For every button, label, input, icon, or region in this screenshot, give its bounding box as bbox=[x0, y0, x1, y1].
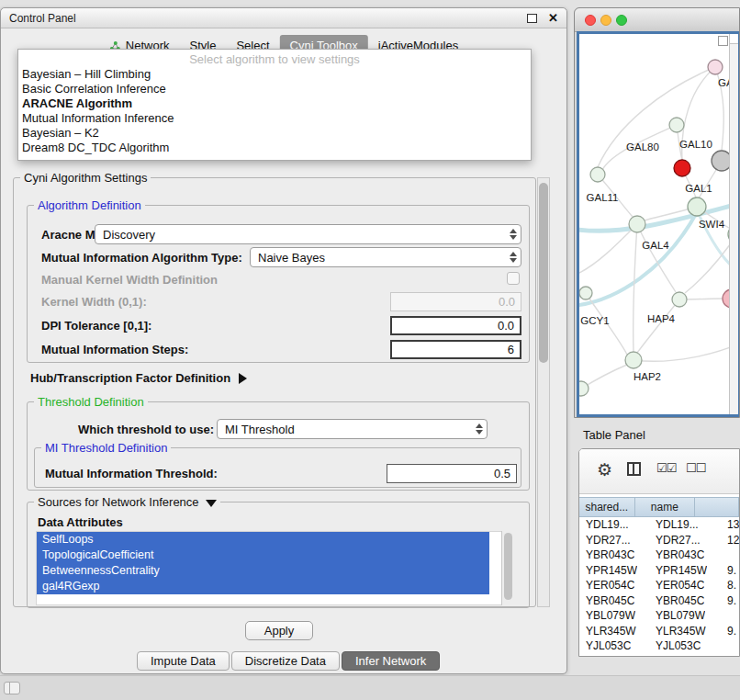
network-node[interactable] bbox=[579, 381, 589, 396]
network-node[interactable] bbox=[672, 292, 687, 307]
network-node-label: GAL10 bbox=[679, 139, 712, 150]
network-node[interactable] bbox=[674, 160, 690, 176]
algorithm-option[interactable]: Bayesian – K2 bbox=[18, 126, 531, 141]
table-cell: YBR043C bbox=[586, 548, 634, 561]
network-node-label: GAL11 bbox=[587, 192, 619, 203]
sources-toggle[interactable]: Sources for Network Inference bbox=[34, 495, 220, 509]
float-panel-icon[interactable] bbox=[527, 14, 537, 23]
algorithm-definition-title: Algorithm Definition bbox=[34, 198, 145, 212]
network-node[interactable] bbox=[579, 287, 592, 299]
minimize-traffic-light[interactable] bbox=[600, 15, 611, 26]
attribute-item[interactable]: TopologicalCoefficient bbox=[37, 548, 489, 563]
table-cell: 9. bbox=[727, 564, 736, 577]
table-row[interactable]: YPR145WYPR145W9. bbox=[579, 563, 739, 579]
mi-steps-field[interactable]: 6 bbox=[390, 340, 521, 359]
network-node[interactable] bbox=[688, 198, 706, 216]
column-header-clipped[interactable] bbox=[695, 498, 739, 516]
kernel-width-field: 0.0 bbox=[390, 292, 521, 311]
bottom-strip bbox=[0, 675, 740, 700]
birdseye-button[interactable] bbox=[718, 36, 728, 46]
which-threshold-label: Which threshold to use: bbox=[78, 423, 214, 436]
table-row[interactable]: YDL19...YDL19...13 bbox=[579, 517, 739, 533]
algorithm-dropdown-popup: Select algorithm to view settings Bayesi… bbox=[17, 49, 532, 161]
settings-scrollbar-thumb[interactable] bbox=[539, 183, 548, 363]
close-traffic-light[interactable] bbox=[585, 15, 596, 26]
mi-threshold-label: Mutual Information Threshold: bbox=[45, 467, 218, 480]
network-edge bbox=[633, 224, 637, 352]
control-panel-dock-icon[interactable] bbox=[4, 682, 20, 694]
algorithm-option[interactable]: Bayesian – Hill Climbing bbox=[18, 67, 531, 82]
mi-steps-value: 6 bbox=[508, 343, 514, 356]
network-node[interactable] bbox=[708, 60, 723, 74]
algorithm-option[interactable]: Basic Correlation Inference bbox=[18, 82, 531, 96]
aracne-mode-value: Discovery bbox=[103, 228, 155, 242]
apply-button[interactable]: Apply bbox=[245, 621, 313, 640]
attributes-list-scrollbar[interactable] bbox=[501, 531, 514, 605]
network-node[interactable] bbox=[629, 216, 645, 232]
network-node-label: HAP4 bbox=[647, 313, 676, 324]
manual-kernel-width-checkbox[interactable] bbox=[507, 272, 520, 285]
table-cell: YBR043C bbox=[656, 548, 704, 561]
attribute-item[interactable]: SelfLoops bbox=[37, 532, 489, 548]
table-cell: 13 bbox=[727, 518, 739, 531]
mi-threshold-field[interactable]: 0.5 bbox=[387, 464, 517, 483]
control-panel-titlebar: Control Panel ✕ bbox=[1, 8, 566, 28]
network-node-label: GAL4 bbox=[642, 240, 669, 251]
network-node[interactable] bbox=[669, 118, 684, 132]
gear-icon[interactable]: ⚙ bbox=[597, 459, 612, 480]
network-node[interactable] bbox=[590, 167, 605, 182]
table-cell: YJL053C bbox=[656, 639, 701, 652]
chevron-updown-icon bbox=[510, 252, 517, 263]
tab-infer-network-label: Infer Network bbox=[355, 654, 426, 668]
table-row[interactable]: YBR045CYBR045C9. bbox=[579, 593, 739, 609]
tab-impute-data[interactable]: Impute Data bbox=[137, 651, 230, 671]
network-canvas[interactable]: GAL7GAL80GAL10GAL11GAL1SWI4GAL4GCY1HAP4Y… bbox=[577, 31, 740, 417]
which-threshold-select[interactable]: MI Threshold bbox=[217, 419, 488, 439]
threshold-definition-title: Threshold Definition bbox=[34, 395, 148, 409]
network-node-label: GCY1 bbox=[580, 315, 609, 326]
table-row[interactable]: YER054CYER054C8. bbox=[579, 578, 739, 593]
hub-definition-toggle[interactable]: Hub/Transcription Factor Definition bbox=[30, 371, 247, 385]
attributes-list-scrollbar-thumb[interactable] bbox=[504, 533, 512, 600]
select-attributes-icon[interactable]: ☑☑ bbox=[656, 461, 676, 475]
table-cell: YLR345W bbox=[656, 625, 706, 638]
network-node[interactable] bbox=[625, 352, 642, 368]
settings-scrollbar[interactable] bbox=[537, 177, 550, 607]
table-cell: YDL19... bbox=[656, 518, 699, 531]
tab-discretize-data[interactable]: Discretize Data bbox=[231, 651, 340, 671]
table-row[interactable]: YBL079WYBL079W bbox=[579, 608, 739, 624]
table-panel-title: Table Panel bbox=[583, 428, 645, 442]
attribute-item[interactable]: BetweennessCentrality bbox=[37, 563, 489, 579]
unselect-attributes-icon[interactable]: ☐☐ bbox=[686, 461, 705, 475]
aracne-mode-select[interactable]: Discovery bbox=[95, 224, 521, 244]
mi-algorithm-type-select[interactable]: Naive Bayes bbox=[250, 247, 521, 267]
algorithm-option[interactable]: Mutual Information Inference bbox=[18, 111, 531, 126]
zoom-traffic-light[interactable] bbox=[616, 15, 627, 26]
algorithm-option[interactable]: ARACNE Algorithm bbox=[18, 96, 531, 111]
which-threshold-value: MI Threshold bbox=[225, 423, 295, 436]
sources-title: Sources for Network Inference bbox=[38, 495, 199, 509]
mi-threshold-value: 0.5 bbox=[494, 467, 510, 480]
hub-definition-label: Hub/Transcription Factor Definition bbox=[30, 371, 230, 385]
attribute-item[interactable]: gal4RGexp bbox=[37, 579, 489, 594]
close-icon[interactable]: ✕ bbox=[548, 12, 558, 24]
column-header-shared-name[interactable]: shared... bbox=[579, 498, 635, 516]
columns-icon[interactable] bbox=[627, 462, 641, 476]
network-node-label: GAL1 bbox=[685, 183, 712, 194]
table-row[interactable]: YJL053CYJL053C bbox=[579, 638, 739, 654]
tab-infer-network[interactable]: Infer Network bbox=[342, 651, 440, 671]
window-title: Control Panel bbox=[9, 12, 527, 25]
data-attributes-list[interactable]: SelfLoopsTopologicalCoefficientBetweenne… bbox=[36, 531, 513, 605]
table-row[interactable]: YDR27...YDR27...12 bbox=[579, 533, 739, 548]
network-scrollbar[interactable] bbox=[729, 34, 738, 414]
expand-right-icon bbox=[239, 373, 247, 384]
apply-button-label: Apply bbox=[264, 624, 295, 638]
algorithm-option[interactable]: Dream8 DC_TDC Algorithm bbox=[18, 141, 531, 155]
table-row[interactable]: YLR345WYLR345W9. bbox=[579, 624, 739, 639]
column-header-name[interactable]: name bbox=[635, 498, 695, 516]
table-row[interactable]: YBR043CYBR043C bbox=[579, 548, 739, 563]
network-svg: GAL7GAL80GAL10GAL11GAL1SWI4GAL4GCY1HAP4Y… bbox=[579, 34, 738, 414]
dpi-tolerance-field[interactable]: 0.0 bbox=[390, 316, 521, 335]
table-cell: 8. bbox=[727, 579, 736, 592]
network-scrollbar-button[interactable] bbox=[730, 34, 738, 44]
